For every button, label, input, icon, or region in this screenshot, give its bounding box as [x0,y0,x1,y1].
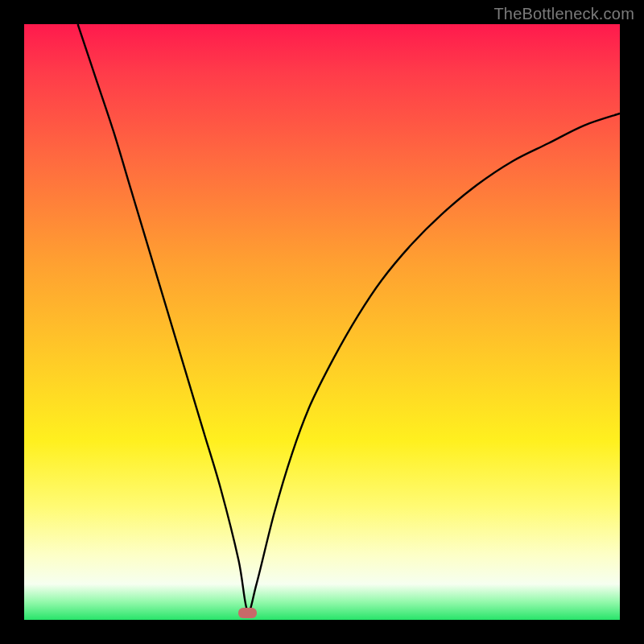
min-marker [238,608,256,618]
curve-svg [24,24,620,620]
bottleneck-curve [78,24,620,612]
plot-area [24,24,620,620]
watermark-text: TheBottleneck.com [493,5,634,23]
chart-frame: TheBottleneck.com [0,0,644,644]
